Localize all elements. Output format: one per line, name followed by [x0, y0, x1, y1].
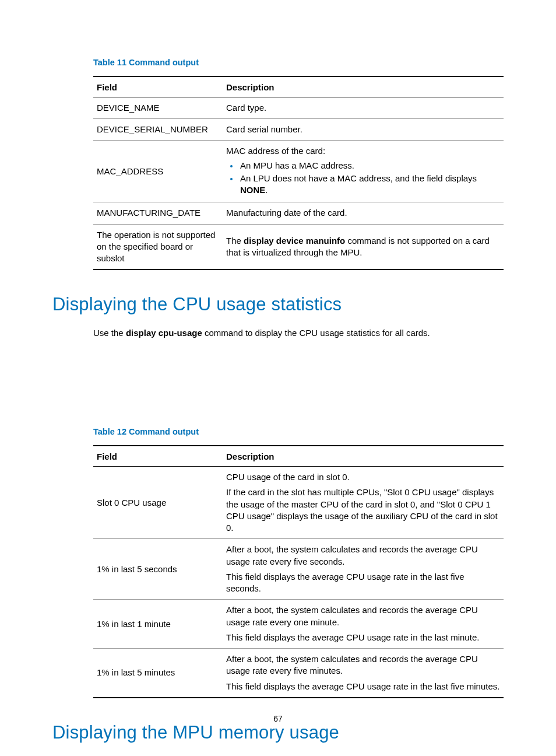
cell-desc: After a boot, the system calculates and … — [223, 539, 504, 600]
mac-intro: MAC address of the card: — [226, 145, 500, 157]
text: After a boot, the system calculates and … — [226, 604, 500, 628]
table-row: DEVICE_NAME Card type. — [93, 97, 504, 118]
table-row: Slot 0 CPU usage CPU usage of the card i… — [93, 467, 504, 539]
table-row: DEVICE_SERIAL_NUMBER Card serial number. — [93, 119, 504, 141]
table-row: MAC_ADDRESS MAC address of the card: An … — [93, 141, 504, 202]
cell-desc: The display device manuinfo command is n… — [223, 224, 504, 270]
table-row: 1% in last 5 minutes After a boot, the s… — [93, 649, 504, 698]
text: This field displays the average CPU usag… — [226, 632, 500, 643]
cell-field: Slot 0 CPU usage — [93, 467, 223, 539]
cell-field: 1% in last 1 minute — [93, 600, 223, 649]
text: After a boot, the system calculates and … — [226, 653, 500, 677]
table-12-head-field: Field — [93, 446, 223, 467]
text: After a boot, the system calculates and … — [226, 544, 500, 568]
bold-cmd: display device manuinfo — [244, 236, 345, 246]
text: . — [265, 185, 268, 195]
bold-cmd: display cpu-usage — [126, 328, 202, 338]
cell-desc: After a boot, the system calculates and … — [223, 600, 504, 649]
table-11-caption: Table 11 Command output — [93, 57, 504, 69]
table-row: 1% in last 5 seconds After a boot, the s… — [93, 539, 504, 600]
table-row: The operation is not supported on the sp… — [93, 224, 504, 270]
bold-none: NONE — [240, 185, 265, 195]
para-cpu-usage: Use the display cpu-usage command to dis… — [93, 327, 504, 339]
text: This field displays the average CPU usag… — [226, 571, 500, 595]
cell-field: MANUFACTURING_DATE — [93, 202, 223, 224]
cell-desc: Manufacturing date of the card. — [223, 202, 504, 224]
table-row: 1% in last 1 minute After a boot, the sy… — [93, 600, 504, 649]
text: If the card in the slot has multiple CPU… — [226, 487, 500, 534]
list-item: An MPU has a MAC address. — [239, 160, 500, 172]
cell-field: MAC_ADDRESS — [93, 141, 223, 202]
cell-desc: CPU usage of the card in slot 0. If the … — [223, 467, 504, 539]
text: CPU usage of the card in slot 0. — [226, 471, 500, 483]
cell-field: 1% in last 5 seconds — [93, 539, 223, 600]
text: An LPU does not have a MAC address, and … — [240, 173, 477, 183]
table-12-head-desc: Description — [223, 446, 504, 467]
table-11-head-desc: Description — [223, 76, 504, 97]
text: command to display the CPU usage statist… — [202, 328, 430, 338]
cell-desc: Card type. — [223, 97, 504, 118]
cell-desc: Card serial number. — [223, 119, 504, 141]
heading-cpu-usage: Displaying the CPU usage statistics — [52, 292, 504, 317]
page: Table 11 Command output Field Descriptio… — [0, 0, 556, 756]
cell-desc: After a boot, the system calculates and … — [223, 649, 504, 698]
mac-bullets: An MPU has a MAC address. An LPU does no… — [226, 160, 500, 197]
text: The — [226, 236, 244, 246]
cell-desc: MAC address of the card: An MPU has a MA… — [223, 141, 504, 202]
text: Use the — [93, 328, 126, 338]
cell-field: DEVICE_SERIAL_NUMBER — [93, 119, 223, 141]
cell-field: DEVICE_NAME — [93, 97, 223, 118]
table-11-head-field: Field — [93, 76, 223, 97]
text: This field displays the average CPU usag… — [226, 681, 500, 692]
list-item: An LPU does not have a MAC address, and … — [239, 173, 500, 197]
table-12-caption: Table 12 Command output — [93, 426, 504, 438]
table-12: Field Description Slot 0 CPU usage CPU u… — [93, 445, 504, 698]
cell-field: The operation is not supported on the sp… — [93, 224, 223, 270]
table-row: MANUFACTURING_DATE Manufacturing date of… — [93, 202, 504, 224]
page-number: 67 — [0, 713, 556, 724]
cell-field: 1% in last 5 minutes — [93, 649, 223, 698]
table-11: Field Description DEVICE_NAME Card type.… — [93, 76, 504, 271]
code-block-placeholder — [52, 345, 504, 426]
